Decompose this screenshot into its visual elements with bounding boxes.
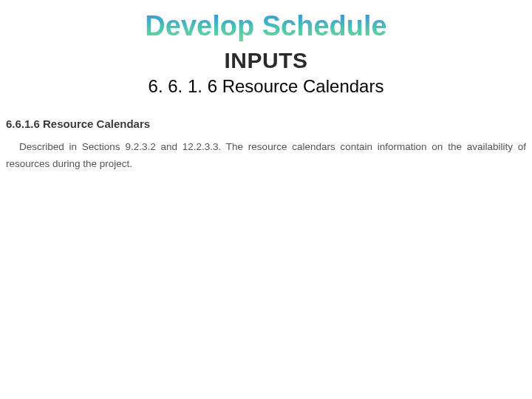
excerpt-block: 6.6.1.6 Resource Calendars Described in … <box>0 117 532 173</box>
excerpt-body: Described in Sections 9.2.3.2 and 12.2.3… <box>6 139 526 173</box>
excerpt-heading: 6.6.1.6 Resource Calendars <box>6 117 526 130</box>
slide-subtitle: INPUTS <box>0 48 532 73</box>
slide-title: Develop Schedule <box>0 0 532 42</box>
slide: Develop Schedule INPUTS 6. 6. 1. 6 Resou… <box>0 0 532 399</box>
section-label: 6. 6. 1. 6 Resource Calendars <box>0 76 532 97</box>
